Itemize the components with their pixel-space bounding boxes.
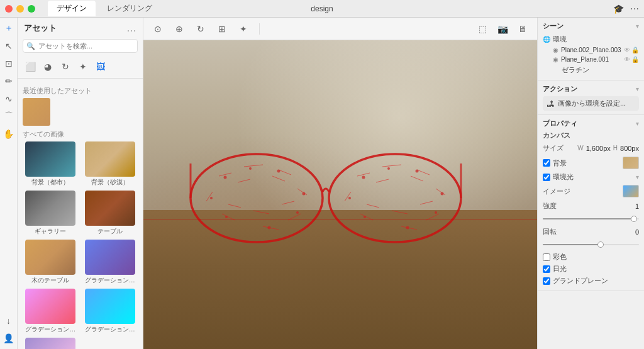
curve-tool-icon[interactable]: ∿ bbox=[2, 92, 16, 106]
svg-point-35 bbox=[225, 216, 228, 218]
canvas-bg[interactable] bbox=[143, 40, 537, 349]
svg-line-28 bbox=[392, 211, 408, 214]
settings-icon[interactable]: ⋯ bbox=[630, 4, 639, 14]
scene-plane2-item[interactable]: ◉ Plane_Plane.001 👁 🔒 bbox=[543, 55, 639, 64]
asset-type-env[interactable]: ↻ bbox=[58, 59, 73, 74]
asset-thumb-grad2 bbox=[25, 289, 75, 324]
groundplane-checkbox[interactable] bbox=[543, 277, 550, 285]
share-icon[interactable]: 🎓 bbox=[613, 4, 624, 14]
scene-chevron[interactable]: ▾ bbox=[636, 23, 639, 30]
hand-tool-icon[interactable]: ✋ bbox=[2, 127, 16, 141]
asset-label: 木のテーブル bbox=[31, 276, 69, 285]
eye2-icon[interactable]: 👁 bbox=[624, 56, 630, 63]
strength-label: 強度 bbox=[543, 201, 557, 211]
window-buttons bbox=[5, 5, 35, 13]
svg-point-44 bbox=[406, 226, 409, 229]
scene-env-item[interactable]: 🌐 環境 bbox=[543, 33, 639, 45]
image-thumb[interactable] bbox=[623, 185, 639, 197]
scene-plane1-item[interactable]: ◉ Plane.002_Plane.003 👁 🔒 bbox=[543, 45, 639, 55]
asset-type-cube[interactable]: ⬜ bbox=[23, 59, 38, 74]
add-tool-icon[interactable]: ＋ bbox=[2, 21, 16, 35]
actions-chevron[interactable]: ▾ bbox=[636, 86, 639, 92]
pointer-tool-icon[interactable]: ↖ bbox=[2, 39, 16, 53]
strength-value: 1 bbox=[635, 202, 639, 210]
list-item[interactable]: グラデーション… bbox=[82, 289, 138, 334]
actions-header: アクション ▾ bbox=[543, 84, 639, 94]
properties-chevron[interactable]: ▾ bbox=[636, 120, 639, 127]
ambient-chevron[interactable]: ▾ bbox=[636, 174, 639, 180]
asset-thumb-grad1 bbox=[85, 240, 135, 275]
canvas-sub-title: カンバス bbox=[543, 131, 639, 140]
asset-label: 背景（都市） bbox=[31, 178, 69, 187]
actions-title: アクション bbox=[543, 84, 577, 94]
asset-type-light[interactable]: ✦ bbox=[75, 59, 91, 74]
scene-gelatin-item[interactable]: ゼラチン bbox=[543, 64, 639, 76]
set-env-button[interactable]: 🏞 画像から環境を設定... bbox=[543, 96, 639, 111]
colorize-checkbox[interactable] bbox=[543, 253, 550, 261]
lock2-icon[interactable]: 🔒 bbox=[631, 56, 639, 63]
asset-type-material[interactable]: ◕ bbox=[40, 59, 55, 74]
groundplane-row: グランドプレーン bbox=[543, 275, 639, 287]
minimize-button[interactable] bbox=[16, 5, 24, 13]
list-item[interactable]: グラデーション… bbox=[23, 338, 79, 349]
asset-label: グラデーション… bbox=[85, 325, 135, 334]
import-icon[interactable]: ↓ bbox=[2, 314, 16, 328]
asset-type-image[interactable]: 🖼 bbox=[93, 59, 108, 74]
sunlight-checkbox[interactable] bbox=[543, 265, 550, 273]
recent-label: 最近使用したアセット bbox=[23, 86, 138, 96]
bg-thumb[interactable] bbox=[623, 157, 639, 169]
svg-line-4 bbox=[219, 173, 231, 176]
right-panel: シーン ▾ 🌐 環境 ◉ Plane.002_Plane.003 👁 🔒 ◉ P… bbox=[537, 18, 644, 349]
list-item[interactable]: 背景（砂漠） bbox=[82, 141, 138, 187]
camera-icon[interactable]: 📷 bbox=[494, 21, 511, 37]
search-input[interactable] bbox=[23, 39, 138, 53]
close-button[interactable] bbox=[5, 5, 13, 13]
properties-section: プロパティ ▾ カンバス サイズ W 1,600px H 800px 背景 bbox=[538, 115, 644, 291]
scale-icon[interactable]: ↻ bbox=[192, 21, 209, 37]
frame-icon[interactable]: ⬚ bbox=[474, 21, 491, 37]
bg-checkbox[interactable] bbox=[543, 159, 550, 167]
asset-thumb-grad3 bbox=[85, 289, 135, 324]
shape-tool-icon[interactable]: ⌒ bbox=[2, 109, 16, 123]
svg-line-17 bbox=[357, 173, 370, 176]
rotate-slider[interactable] bbox=[543, 240, 639, 250]
list-item[interactable]: 木のテーブル bbox=[23, 240, 79, 285]
titlebar-right-icons: 🎓 ⋯ bbox=[613, 4, 639, 14]
list-item[interactable]: グラデーション… bbox=[82, 240, 138, 285]
svg-line-16 bbox=[282, 201, 294, 204]
strength-thumb[interactable] bbox=[631, 216, 637, 222]
maximize-button[interactable] bbox=[28, 5, 35, 13]
svg-point-34 bbox=[303, 192, 306, 195]
tab-render[interactable]: レンダリング bbox=[98, 1, 161, 16]
tab-design[interactable]: デザイン bbox=[48, 1, 96, 16]
sunlight-row: 日光 bbox=[543, 263, 639, 275]
recent-thumb[interactable] bbox=[23, 98, 50, 126]
svg-line-6 bbox=[279, 170, 291, 175]
sunlight-label: 日光 bbox=[553, 264, 567, 274]
sidebar-more-button[interactable]: … bbox=[126, 23, 136, 34]
list-item[interactable]: テーブル bbox=[82, 191, 138, 236]
list-item[interactable]: ギャラリー bbox=[23, 191, 79, 236]
rotate-thumb[interactable] bbox=[597, 241, 604, 248]
svg-point-42 bbox=[441, 192, 444, 195]
strength-slider[interactable] bbox=[543, 214, 639, 224]
asset-thumb-wood bbox=[25, 240, 75, 275]
canvas-area: ⊙ ⊕ ↻ ⊞ ✦ ⬚ 📷 🖥 bbox=[143, 18, 537, 349]
list-item[interactable]: グラデーション… bbox=[23, 289, 79, 334]
eye-icon[interactable]: 👁 bbox=[624, 47, 630, 53]
select-tool-icon[interactable]: ⊡ bbox=[2, 57, 16, 70]
asset-label: グラデーション… bbox=[25, 325, 75, 334]
select-icon[interactable]: ⊙ bbox=[150, 21, 166, 37]
transform-icon[interactable]: ⊞ bbox=[214, 21, 230, 37]
svg-line-23 bbox=[401, 226, 417, 230]
people-icon[interactable]: 👤 bbox=[2, 331, 16, 345]
ambient-checkbox[interactable] bbox=[543, 174, 550, 181]
svg-point-36 bbox=[268, 226, 271, 229]
pen-tool-icon[interactable]: ✏ bbox=[2, 74, 16, 88]
lock-icon[interactable]: 🔒 bbox=[631, 47, 639, 53]
special-icon[interactable]: ✦ bbox=[235, 21, 252, 37]
left-toolbar: ＋ ↖ ⊡ ✏ ∿ ⌒ ✋ ↓ 👤 bbox=[0, 18, 18, 349]
list-item[interactable]: 背景（都市） bbox=[23, 141, 79, 187]
render-icon[interactable]: 🖥 bbox=[514, 21, 531, 37]
rotate-icon[interactable]: ⊕ bbox=[171, 21, 187, 37]
